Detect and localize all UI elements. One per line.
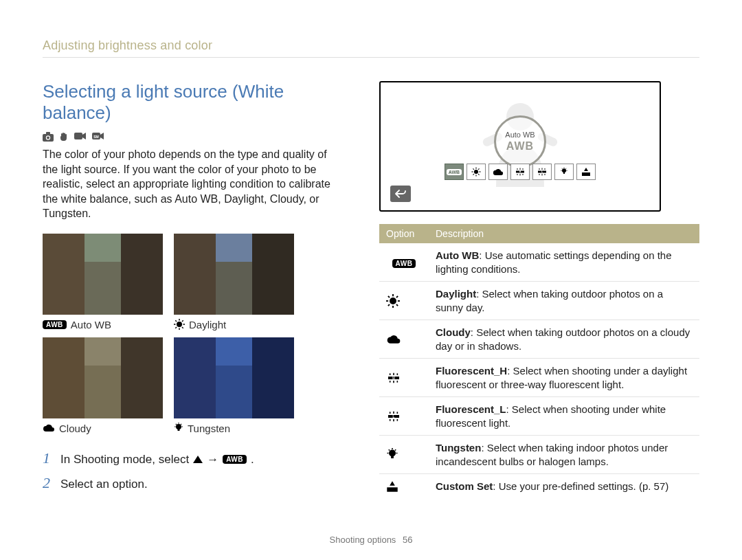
awb-selected-text: AWB [506, 140, 534, 153]
svg-line-15 [182, 321, 183, 322]
wb-option-row: AWB H L [445, 164, 596, 180]
cloud-icon [379, 320, 429, 359]
table-row: Daylight: Select when taking outdoor pho… [379, 282, 699, 320]
wb-cell-tungsten[interactable] [554, 164, 574, 180]
smart-video-mode-icon: SM [92, 132, 104, 142]
back-button[interactable] [390, 186, 411, 202]
wb-cell-fluorescent-l[interactable]: L [532, 164, 552, 180]
camera-mode-icon [43, 132, 54, 142]
thumb-cloudy: Cloudy [43, 337, 163, 434]
sun-icon [174, 319, 185, 330]
awb-icon: AWB [379, 243, 429, 282]
camera-preview: Auto WB AWB AWB H L [379, 81, 661, 212]
step-text: In Shooting mode, select [60, 453, 189, 467]
svg-rect-91 [387, 487, 397, 491]
wb-cell-custom[interactable] [576, 164, 596, 180]
page-footer: Shooting options 56 [0, 535, 742, 545]
thumbnail-grid: AWBAuto WB Daylight Cloudy Tungsten [43, 234, 345, 434]
fluorescent-h-icon: H [379, 359, 429, 397]
svg-point-16 [176, 424, 181, 429]
bulb-icon [174, 423, 183, 434]
table-row: AWB Auto WB: Use automatic settings depe… [379, 243, 699, 282]
step-number: 2 [43, 474, 54, 492]
wb-cell-awb[interactable]: AWB [445, 164, 464, 180]
step-text: . [251, 453, 254, 467]
svg-rect-52 [563, 172, 565, 174]
svg-text:SM: SM [93, 135, 99, 139]
video-mode-icon [74, 132, 87, 142]
awb-icon: AWB [223, 455, 247, 464]
svg-line-33 [473, 174, 473, 175]
hand-mode-icon [59, 132, 69, 142]
table-header-option: Option [379, 224, 429, 243]
awb-selected-label: Auto WB [505, 131, 535, 139]
page-number: 56 [403, 535, 412, 545]
thumb-label: Daylight [189, 319, 226, 331]
table-row: Tungsten: Select when taking indoor phot… [379, 436, 699, 474]
svg-line-67 [396, 295, 398, 297]
bulb-icon [379, 436, 429, 474]
svg-line-14 [175, 327, 177, 328]
fluorescent-l-icon: L [379, 397, 429, 436]
svg-line-12 [175, 321, 177, 322]
thumb-label: Cloudy [59, 423, 91, 434]
table-header-description: Description [429, 224, 699, 243]
wb-cell-daylight[interactable] [466, 164, 486, 180]
up-triangle-icon [193, 456, 203, 463]
svg-rect-17 [178, 429, 180, 431]
steps-list: 1 In Shooting mode, select → AWB . 2 Sel… [43, 449, 345, 492]
awb-icon: AWB [43, 320, 67, 329]
table-row: Cloudy: Select when taking outdoor photo… [379, 320, 699, 359]
svg-point-84 [389, 449, 396, 456]
section-header: Adjusting brightness and color [43, 38, 699, 53]
svg-point-7 [177, 322, 182, 327]
wb-cell-cloudy[interactable] [488, 164, 508, 180]
awb-selected-badge: Auto WB AWB [494, 115, 546, 168]
svg-rect-58 [582, 172, 590, 176]
step-1: 1 In Shooting mode, select → AWB . [43, 449, 345, 467]
svg-line-57 [566, 168, 567, 169]
header-rule [43, 57, 699, 58]
svg-point-3 [47, 137, 49, 139]
footer-section: Shooting options [330, 535, 396, 545]
custom-set-icon [379, 474, 429, 499]
table-row: L Fluorescent_L: Select when shooting un… [379, 397, 699, 436]
mode-icons-row: SM [43, 132, 345, 142]
svg-line-31 [473, 168, 473, 169]
cloud-icon [43, 424, 55, 432]
svg-line-89 [389, 449, 390, 450]
thumb-daylight: Daylight [174, 234, 294, 331]
svg-line-65 [396, 304, 398, 306]
table-row: H Fluorescent_H: Select when shooting un… [379, 359, 699, 397]
thumb-label: Auto WB [71, 319, 111, 331]
svg-rect-1 [46, 132, 50, 135]
svg-point-51 [562, 168, 566, 172]
wb-cell-fluorescent-h[interactable]: H [510, 164, 530, 180]
thumb-tungsten: Tungsten [174, 337, 294, 434]
svg-line-34 [478, 168, 479, 169]
svg-line-32 [478, 174, 479, 175]
svg-point-26 [474, 170, 478, 174]
svg-line-90 [395, 449, 396, 450]
svg-line-56 [562, 168, 563, 169]
page-title: Selecting a light source (White balance) [43, 81, 345, 124]
svg-rect-85 [391, 456, 394, 458]
options-table: Option Description AWB Auto WB: Use auto… [379, 224, 699, 499]
intro-paragraph: The color of your photo depends on the t… [43, 147, 345, 221]
svg-line-22 [181, 424, 181, 425]
table-row: Custom Set: Use your pre-defined setting… [379, 474, 699, 499]
arrow-icon: → [207, 453, 218, 467]
sun-icon [379, 282, 429, 320]
svg-line-21 [176, 424, 177, 425]
step-number: 1 [43, 449, 54, 467]
svg-line-13 [182, 327, 183, 328]
thumb-autowb: AWBAuto WB [43, 234, 163, 331]
svg-line-64 [388, 295, 390, 297]
step-2: 2 Select an option. [43, 474, 345, 492]
svg-text:L: L [393, 414, 395, 418]
svg-rect-4 [74, 133, 82, 139]
svg-point-59 [390, 298, 396, 304]
step-text: Select an option. [60, 478, 148, 491]
svg-line-66 [388, 304, 390, 306]
thumb-label: Tungsten [188, 423, 230, 434]
